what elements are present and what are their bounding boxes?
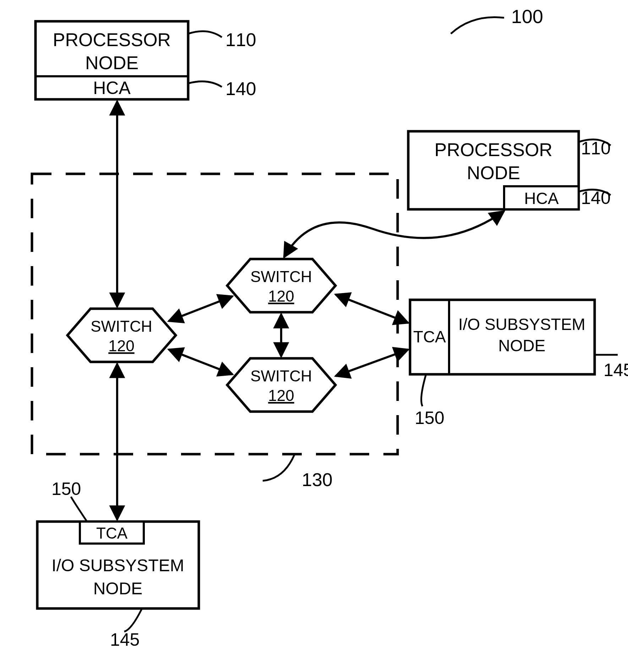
io-bottom-l1: I/O SUBSYSTEM bbox=[51, 556, 184, 575]
figure-diagram: 100 PROCESSOR NODE HCA 110 140 PROCESSOR… bbox=[0, 0, 628, 672]
tca-bottom-label: TCA bbox=[96, 524, 128, 542]
hca-top-label: HCA bbox=[93, 78, 131, 98]
switch-top-ref: 120 bbox=[268, 287, 294, 305]
io-right-l2: NODE bbox=[498, 336, 546, 355]
hca-right-label: HCA bbox=[524, 189, 558, 208]
processor-node-right: PROCESSOR NODE HCA 110 140 bbox=[408, 131, 611, 209]
link-switch-left-to-switch-bottom bbox=[169, 349, 233, 374]
link-switch-left-to-switch-top bbox=[169, 296, 233, 321]
ref-140-right: 140 bbox=[581, 188, 611, 208]
ref-130: 130 bbox=[302, 469, 333, 490]
link-hca-right-to-switch-top bbox=[284, 211, 504, 257]
figure-ref-100: 100 bbox=[451, 6, 543, 34]
ref-110-right: 110 bbox=[581, 138, 611, 158]
io-node-right: TCA I/O SUBSYSTEM NODE 145 150 bbox=[410, 300, 628, 428]
proc-node-top-l2: NODE bbox=[85, 53, 138, 73]
switch-top-label: SWITCH bbox=[250, 268, 312, 285]
switch-left-ref: 120 bbox=[108, 337, 134, 354]
ref-140-top: 140 bbox=[225, 78, 256, 99]
ref-145-right: 145 bbox=[604, 360, 628, 380]
switch-top: SWITCH 120 bbox=[227, 259, 335, 312]
tca-right-label: TCA bbox=[413, 327, 446, 346]
io-right-l1: I/O SUBSYSTEM bbox=[458, 315, 585, 334]
switch-bot-label: SWITCH bbox=[250, 367, 312, 385]
proc-node-right-l2: NODE bbox=[467, 163, 520, 183]
processor-node-top: PROCESSOR NODE HCA 110 140 bbox=[36, 21, 256, 99]
switch-bot-ref: 120 bbox=[268, 387, 294, 404]
switch-bottom: SWITCH 120 bbox=[227, 358, 335, 412]
switch-left: SWITCH 120 bbox=[67, 309, 176, 362]
proc-node-right-l1: PROCESSOR bbox=[435, 139, 552, 160]
ref-150-bottom: 150 bbox=[51, 479, 81, 499]
switch-left-label: SWITCH bbox=[91, 318, 152, 335]
proc-node-top-l1: PROCESSOR bbox=[53, 29, 171, 50]
ref-100-text: 100 bbox=[511, 6, 543, 27]
ref-150-right: 150 bbox=[415, 408, 444, 428]
ref-110-top: 110 bbox=[225, 29, 256, 50]
io-bottom-l2: NODE bbox=[93, 579, 143, 598]
ref-145-bottom: 145 bbox=[110, 630, 140, 650]
